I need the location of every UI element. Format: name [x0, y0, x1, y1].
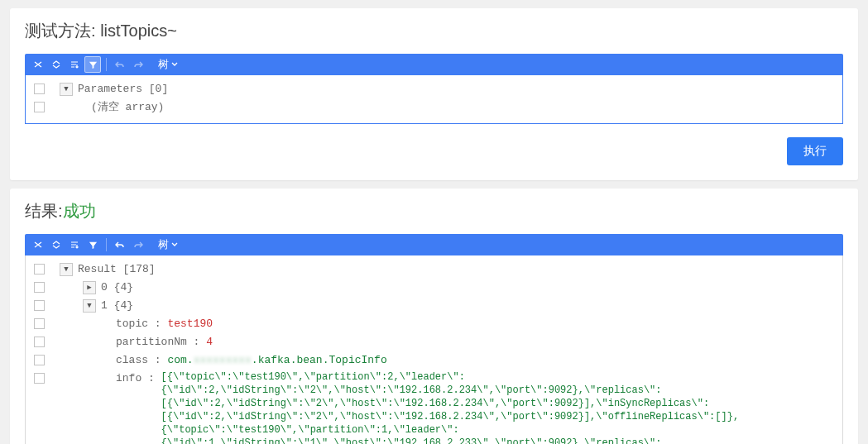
result-tree: ▼ Result [178] ▶ 0 {4} ▼ 1 {4} topic : t…	[25, 255, 843, 444]
row-selector[interactable]	[34, 318, 45, 329]
expand-all-icon[interactable]	[48, 236, 65, 253]
parameters-label: Parameters [0]	[78, 81, 168, 98]
row-selector[interactable]	[34, 102, 45, 112]
row-selector[interactable]	[34, 373, 45, 384]
tree-row[interactable]: (清空 array)	[34, 98, 834, 117]
row-selector[interactable]	[34, 355, 45, 365]
title-prefix: 测试方法:	[25, 21, 100, 40]
empty-array-label: (清空 array)	[91, 99, 164, 116]
row-selector[interactable]	[34, 84, 45, 94]
expand-all-icon[interactable]	[48, 56, 65, 73]
collapse-toggle[interactable]: ▼	[60, 83, 73, 96]
tree-row[interactable]: ▼ 1 {4}	[34, 297, 834, 315]
execute-button[interactable]: 执行	[787, 137, 843, 165]
undo-icon[interactable]	[112, 56, 128, 73]
tree-row[interactable]: ▼ Parameters [0]	[34, 80, 834, 98]
chevron-down-icon	[171, 61, 178, 68]
row-selector[interactable]	[34, 300, 45, 311]
result-panel: 结果:成功 树 ▼	[10, 189, 858, 444]
chevron-down-icon	[171, 241, 178, 248]
tree-row[interactable]: ▼ Result [178]	[34, 260, 834, 279]
class-prefix: com.	[167, 354, 193, 366]
class-key: class :	[116, 354, 167, 366]
result-toolbar: 树	[25, 234, 843, 255]
redo-icon[interactable]	[130, 236, 146, 253]
collapse-toggle[interactable]: ▼	[83, 299, 96, 313]
row-selector[interactable]	[34, 264, 45, 275]
tree-row[interactable]: class : com.xxxxxxxxx.kafka.bean.TopicIn…	[34, 351, 834, 370]
collapse-all-icon[interactable]	[30, 236, 46, 253]
title-method: listTopics~	[100, 21, 177, 40]
partition-key: partitionNm :	[116, 336, 206, 348]
row-selector[interactable]	[34, 282, 45, 293]
topic-key: topic :	[116, 317, 167, 330]
info-key: info :	[116, 370, 161, 387]
result-root-label: Result [178]	[78, 261, 156, 278]
tree-row[interactable]: ▶ 0 {4}	[34, 279, 834, 297]
tree-row[interactable]: partitionNm : 4	[34, 333, 834, 351]
topic-value: test190	[167, 317, 213, 330]
result-prefix: 结果:	[25, 202, 63, 220]
tree-row-info[interactable]: info : [{\"topic\":\"test190\",\"partiti…	[34, 370, 834, 444]
sort-icon[interactable]	[66, 56, 83, 73]
redo-icon[interactable]	[130, 56, 146, 73]
request-panel: 测试方法: listTopics~ 树 ▼ Par	[10, 8, 858, 180]
result-title: 结果:成功	[25, 200, 843, 222]
info-blob: [{\"topic\":\"test190\",\"partition\":2,…	[161, 370, 740, 444]
toolbar: 树	[25, 54, 843, 75]
separator	[106, 58, 107, 71]
panel-title: 测试方法: listTopics~	[25, 20, 843, 42]
separator	[106, 238, 107, 251]
parameters-tree: ▼ Parameters [0] (清空 array)	[25, 75, 843, 124]
class-suffix: .kafka.bean.TopicInfo	[252, 354, 387, 366]
collapse-all-icon[interactable]	[30, 56, 46, 73]
filter-icon[interactable]	[84, 236, 101, 253]
view-label: 树	[158, 57, 169, 72]
node-index-0: 0 {4}	[101, 279, 133, 296]
collapse-toggle[interactable]: ▼	[60, 263, 73, 276]
sort-icon[interactable]	[66, 236, 83, 253]
undo-icon[interactable]	[112, 236, 128, 253]
row-selector[interactable]	[34, 337, 45, 347]
action-bar: 执行	[25, 137, 843, 165]
view-dropdown[interactable]: 树	[155, 57, 181, 72]
result-status: 成功	[63, 202, 96, 220]
class-masked: xxxxxxxxx	[194, 354, 252, 366]
expand-toggle[interactable]: ▶	[83, 281, 96, 294]
view-dropdown[interactable]: 树	[155, 237, 181, 252]
node-index-1: 1 {4}	[101, 298, 133, 314]
view-label: 树	[158, 237, 169, 252]
filter-icon[interactable]	[84, 56, 101, 73]
partition-value: 4	[206, 336, 213, 348]
tree-row[interactable]: topic : test190	[34, 315, 834, 333]
